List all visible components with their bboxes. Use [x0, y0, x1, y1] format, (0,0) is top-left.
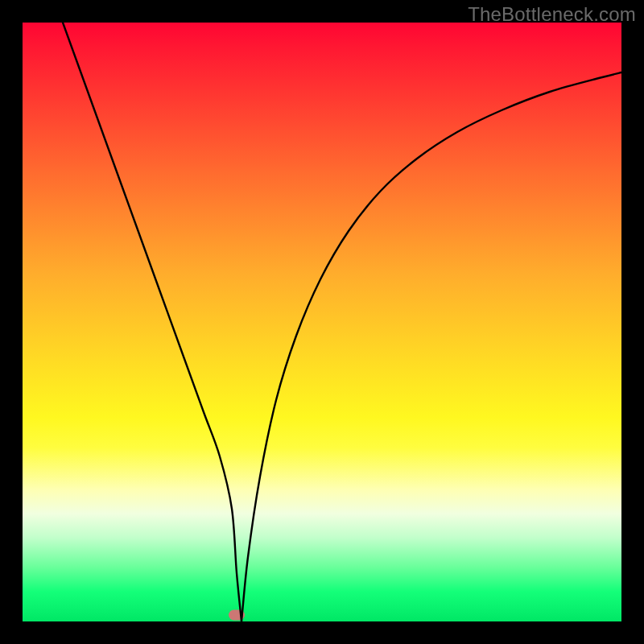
watermark-text: TheBottleneck.com [468, 3, 636, 26]
bottleneck-curve [23, 23, 621, 621]
curve-path [63, 23, 621, 621]
chart-plot-area [23, 23, 621, 621]
